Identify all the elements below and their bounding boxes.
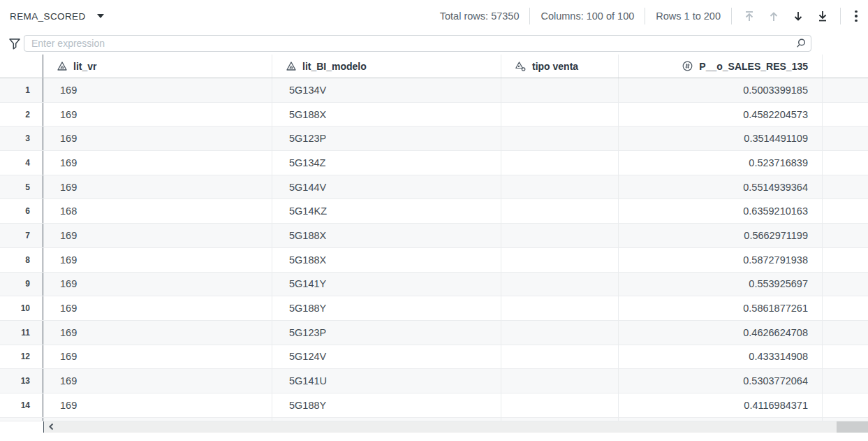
cell-lit-bi-modelo[interactable]: 5G188X (272, 224, 501, 247)
cell-score[interactable]: 0.433314908 (619, 345, 823, 369)
scroll-down-button[interactable] (791, 9, 805, 23)
cell-lit-bi-modelo[interactable]: 5G188Y (272, 393, 501, 417)
row-number[interactable]: 11 (0, 321, 43, 345)
column-header-score[interactable]: P__o_SALES_RES_135 (619, 55, 823, 78)
scroll-to-top-button[interactable] (742, 9, 756, 23)
dataset-selector[interactable]: REMA_SCORED (10, 11, 104, 22)
cell-score[interactable]: 0.3514491109 (619, 126, 823, 150)
cell-lit-vr[interactable]: 169 (43, 126, 272, 150)
row-number[interactable]: 12 (0, 345, 43, 369)
scroll-left-button[interactable] (44, 423, 54, 431)
table-row[interactable]: 13 169 5G141U 0.5303772064 (0, 369, 868, 393)
table-row[interactable]: 12 169 5G124V 0.433314908 (0, 345, 868, 370)
cell-score[interactable]: 0.5003399185 (619, 78, 823, 102)
horizontal-scrollbar[interactable] (43, 421, 868, 433)
cell-lit-bi-modelo[interactable]: 5G188Y (272, 296, 501, 320)
cell-lit-vr[interactable]: 169 (43, 393, 272, 417)
scroll-to-bottom-button[interactable] (816, 9, 830, 23)
table-row[interactable]: 3 169 5G123P 0.3514491109 (0, 126, 868, 151)
cell-tipo-venta[interactable] (501, 248, 619, 272)
cell-lit-vr[interactable]: 169 (43, 321, 272, 345)
cell-tipo-venta[interactable] (501, 345, 619, 369)
cell-tipo-venta[interactable] (501, 296, 619, 320)
cell-tipo-venta[interactable] (501, 126, 619, 150)
filter-button[interactable] (6, 38, 24, 50)
search-icon[interactable] (795, 38, 807, 52)
cell-lit-vr[interactable]: 169 (43, 224, 272, 247)
cell-lit-bi-modelo[interactable]: 5G134Z (272, 151, 501, 175)
cell-score[interactable]: 0.5514939364 (619, 175, 823, 199)
cell-score[interactable]: 0.5303772064 (619, 369, 823, 393)
cell-score[interactable]: 0.4582204573 (619, 103, 823, 126)
table-row[interactable]: 5 169 5G144V 0.5514939364 (0, 175, 868, 200)
cell-score[interactable]: 0.6359210163 (619, 199, 823, 223)
cell-lit-bi-modelo[interactable]: 5G188X (272, 103, 501, 126)
cell-lit-vr[interactable]: 169 (43, 248, 272, 272)
scrollbar-thumb[interactable] (837, 421, 868, 433)
table-row[interactable]: 10 169 5G188Y 0.5861877261 (0, 296, 868, 321)
table-row[interactable]: 7 169 5G188X 0.5662971199 (0, 224, 868, 248)
cell-tipo-venta[interactable] (501, 199, 619, 223)
row-number[interactable]: 1 (0, 78, 43, 102)
cell-lit-vr[interactable]: 169 (43, 175, 272, 199)
cell-tipo-venta[interactable] (501, 321, 619, 345)
expression-input[interactable] (24, 35, 811, 52)
row-number[interactable]: 10 (0, 296, 43, 320)
table-row[interactable]: 9 169 5G141Y 0.553925697 (0, 273, 868, 297)
cell-lit-vr[interactable]: 169 (43, 369, 272, 393)
row-number[interactable]: 8 (0, 248, 43, 272)
cell-lit-bi-modelo[interactable]: 5G141Y (272, 273, 501, 296)
cell-score[interactable]: 0.523716839 (619, 151, 823, 175)
cell-lit-vr[interactable]: 169 (43, 345, 272, 369)
cell-score[interactable]: 0.553925697 (619, 273, 823, 296)
cell-tipo-venta[interactable] (501, 103, 619, 126)
column-header-lit-bi-modelo[interactable]: lit_BI_modelo (272, 55, 501, 78)
cell-tipo-venta[interactable] (501, 224, 619, 247)
table-row[interactable]: 2 169 5G188X 0.4582204573 (0, 103, 868, 127)
cell-lit-bi-modelo[interactable]: 5G123P (272, 126, 501, 150)
cell-lit-vr[interactable]: 169 (43, 103, 272, 126)
cell-lit-vr[interactable]: 168 (43, 199, 272, 223)
table-row[interactable]: 14 169 5G188Y 0.4116984371 (0, 393, 868, 418)
row-number[interactable]: 14 (0, 393, 43, 417)
table-row[interactable]: 1 169 5G134V 0.5003399185 (0, 78, 868, 103)
column-header-tipo-venta[interactable]: tipo venta (501, 55, 619, 78)
cell-tipo-venta[interactable] (501, 78, 619, 102)
row-number[interactable]: 6 (0, 199, 43, 223)
column-header-lit-vr[interactable]: lit_vr (43, 55, 272, 78)
cell-lit-vr[interactable]: 169 (43, 296, 272, 320)
row-number[interactable]: 4 (0, 151, 43, 175)
cell-lit-bi-modelo[interactable]: 5G144V (272, 175, 501, 199)
cell-lit-bi-modelo[interactable]: 5G188X (272, 248, 501, 272)
row-number[interactable]: 9 (0, 273, 43, 296)
row-number[interactable]: 7 (0, 224, 43, 247)
table-row[interactable]: 11 169 5G123P 0.4626624708 (0, 321, 868, 345)
cell-score[interactable]: 0.5662971199 (619, 224, 823, 247)
cell-lit-bi-modelo[interactable]: 5G141U (272, 369, 501, 393)
row-number[interactable]: 3 (0, 126, 43, 150)
cell-tipo-venta[interactable] (501, 369, 619, 393)
cell-tipo-venta[interactable] (501, 273, 619, 296)
cell-lit-bi-modelo[interactable]: 5G124V (272, 345, 501, 369)
cell-score[interactable]: 0.4626624708 (619, 321, 823, 345)
cell-lit-bi-modelo[interactable]: 5G134V (272, 78, 501, 102)
cell-score[interactable]: 0.5872791938 (619, 248, 823, 272)
cell-tipo-venta[interactable] (501, 393, 619, 417)
row-number[interactable]: 13 (0, 369, 43, 393)
cell-tipo-venta[interactable] (501, 151, 619, 175)
cell-lit-vr[interactable]: 169 (43, 78, 272, 102)
table-row[interactable]: 6 168 5G14KZ 0.6359210163 (0, 199, 868, 224)
cell-lit-bi-modelo[interactable]: 5G14KZ (272, 199, 501, 223)
cell-tipo-venta[interactable] (501, 175, 619, 199)
cell-score[interactable]: 0.5861877261 (619, 296, 823, 320)
table-row[interactable]: 4 169 5G134Z 0.523716839 (0, 151, 868, 175)
scroll-up-button[interactable] (767, 9, 781, 23)
cell-lit-vr[interactable]: 169 (43, 151, 272, 175)
cell-lit-bi-modelo[interactable]: 5G123P (272, 321, 501, 345)
more-options-button[interactable] (851, 10, 861, 22)
row-number[interactable]: 5 (0, 175, 43, 199)
row-number[interactable]: 2 (0, 103, 43, 126)
cell-score[interactable]: 0.4116984371 (619, 393, 823, 417)
table-row[interactable]: 8 169 5G188X 0.5872791938 (0, 248, 868, 273)
cell-lit-vr[interactable]: 169 (43, 273, 272, 296)
